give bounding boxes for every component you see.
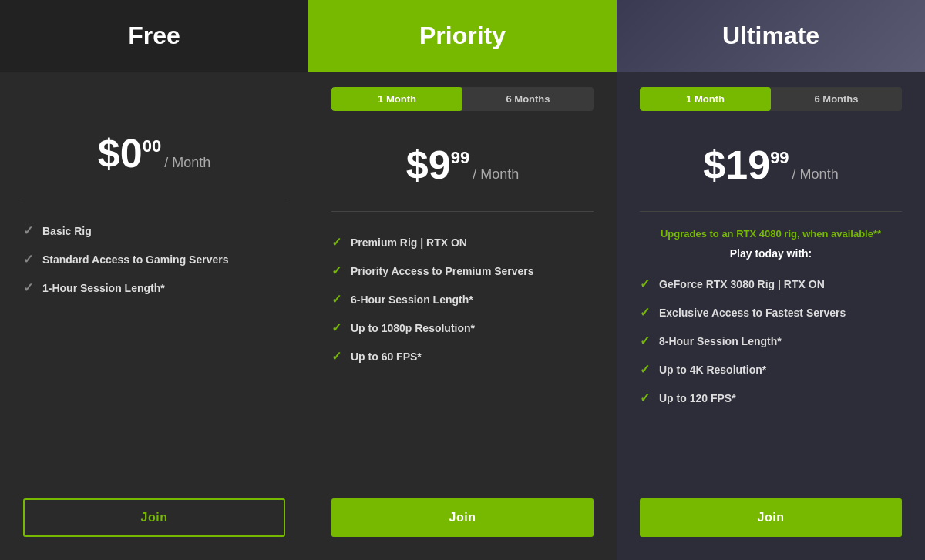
billing-option-6months-ultimate[interactable]: 6 Months xyxy=(771,87,902,111)
plan-ultimate-features: ✓ GeForce RTX 3080 Rig | RTX ON ✓ Exclus… xyxy=(617,269,925,483)
feature-label: 1-Hour Session Length* xyxy=(42,282,165,294)
feature-label: Up to 120 FPS* xyxy=(659,392,736,404)
plan-priority-price: $ 9 99 / Month xyxy=(308,126,617,196)
plan-free-title: Free xyxy=(128,22,180,50)
pricing-container: Free $ 0 00 / Month ✓ Basic Rig ✓ Standa… xyxy=(0,0,925,560)
plan-priority-title: Priority xyxy=(419,22,506,50)
list-item: ✓ Exclusive Access to Fastest Servers xyxy=(640,305,902,320)
ultimate-join-button[interactable]: Join xyxy=(640,498,902,537)
feature-label: 8-Hour Session Length* xyxy=(659,335,782,347)
feature-label: Exclusive Access to Fastest Servers xyxy=(659,307,846,319)
plan-free-price: $ 0 00 / Month xyxy=(0,115,308,184)
list-item: ✓ GeForce RTX 3080 Rig | RTX ON xyxy=(640,277,902,291)
plan-priority-header: Priority xyxy=(308,0,617,72)
plan-ultimate-billing-toggle: 1 Month 6 Months xyxy=(640,87,902,111)
feature-label: Up to 1080p Resolution* xyxy=(351,322,475,334)
list-item: ✓ Up to 1080p Resolution* xyxy=(331,320,594,335)
plan-priority: Priority 1 Month 6 Months $ 9 99 / Month… xyxy=(308,0,617,560)
check-icon: ✓ xyxy=(23,280,33,295)
plan-ultimate-integer: 19 xyxy=(725,142,770,188)
check-icon: ✓ xyxy=(23,252,33,267)
check-icon: ✓ xyxy=(331,349,341,364)
list-item: ✓ Priority Access to Premium Servers xyxy=(331,263,594,278)
check-icon: ✓ xyxy=(640,305,650,320)
plan-free: Free $ 0 00 / Month ✓ Basic Rig ✓ Standa… xyxy=(0,0,308,560)
plan-priority-billing-toggle: 1 Month 6 Months xyxy=(331,87,594,111)
plan-free-integer: 0 xyxy=(120,130,143,176)
plan-free-dollar-sign: $ xyxy=(98,130,120,176)
list-item: ✓ 1-Hour Session Length* xyxy=(23,280,285,295)
feature-label: 6-Hour Session Length* xyxy=(351,293,473,306)
list-item: ✓ Standard Access to Gaming Servers xyxy=(23,252,285,267)
plan-ultimate-join-section: Join xyxy=(617,483,925,560)
list-item: ✓ Premium Rig | RTX ON xyxy=(331,235,594,250)
billing-option-6months-priority[interactable]: 6 Months xyxy=(462,87,594,111)
billing-option-1month-ultimate[interactable]: 1 Month xyxy=(640,87,771,111)
feature-label: Premium Rig | RTX ON xyxy=(351,236,467,249)
plan-ultimate-header: Ultimate xyxy=(617,0,925,72)
plan-priority-period: / Month xyxy=(473,166,519,183)
plan-priority-integer: 9 xyxy=(429,142,451,188)
plan-ultimate-dollar-sign: $ xyxy=(703,142,725,188)
feature-label: Up to 60 FPS* xyxy=(351,350,422,363)
list-item: ✓ Basic Rig xyxy=(23,223,285,238)
plan-ultimate: Ultimate 1 Month 6 Months $ 19 99 / Mont… xyxy=(617,0,925,560)
check-icon: ✓ xyxy=(640,362,650,377)
plan-priority-divider xyxy=(331,211,594,212)
free-join-button[interactable]: Join xyxy=(23,498,285,537)
check-icon: ✓ xyxy=(331,320,341,335)
plan-ultimate-play-today: Play today with: xyxy=(617,247,925,260)
feature-label: Basic Rig xyxy=(42,225,92,237)
check-icon: ✓ xyxy=(331,292,341,307)
list-item: ✓ 6-Hour Session Length* xyxy=(331,292,594,307)
plan-priority-cents: 99 xyxy=(451,148,469,168)
list-item: ✓ 8-Hour Session Length* xyxy=(640,334,902,348)
feature-label: Standard Access to Gaming Servers xyxy=(42,253,228,266)
plan-free-join-section: Join xyxy=(0,483,308,560)
plan-free-no-toggle xyxy=(0,72,308,115)
plan-priority-dollar-sign: $ xyxy=(406,142,429,188)
plan-free-cents: 00 xyxy=(143,136,161,156)
list-item: ✓ Up to 4K Resolution* xyxy=(640,362,902,377)
plan-priority-features: ✓ Premium Rig | RTX ON ✓ Priority Access… xyxy=(308,227,617,483)
check-icon: ✓ xyxy=(331,235,341,250)
plan-free-features: ✓ Basic Rig ✓ Standard Access to Gaming … xyxy=(0,216,308,483)
feature-label: Priority Access to Premium Servers xyxy=(351,265,534,277)
check-icon: ✓ xyxy=(640,334,650,348)
plan-free-period: / Month xyxy=(164,155,210,171)
feature-label: GeForce RTX 3080 Rig | RTX ON xyxy=(659,278,825,290)
list-item: ✓ Up to 60 FPS* xyxy=(331,349,594,364)
priority-join-button[interactable]: Join xyxy=(331,498,594,537)
plan-ultimate-upgrade-note: Upgrades to an RTX 4080 rig, when availa… xyxy=(617,227,925,241)
list-item: ✓ Up to 120 FPS* xyxy=(640,391,902,405)
plan-priority-join-section: Join xyxy=(308,483,617,560)
plan-ultimate-title: Ultimate xyxy=(722,22,819,50)
plan-ultimate-period: / Month xyxy=(792,166,839,183)
plan-free-header: Free xyxy=(0,0,308,72)
plan-ultimate-price: $ 19 99 / Month xyxy=(617,126,925,196)
check-icon: ✓ xyxy=(23,223,33,238)
feature-label: Up to 4K Resolution* xyxy=(659,364,766,376)
check-icon: ✓ xyxy=(640,391,650,405)
plan-ultimate-cents: 99 xyxy=(770,148,789,168)
plan-free-divider xyxy=(23,200,285,200)
check-icon: ✓ xyxy=(640,277,650,291)
check-icon: ✓ xyxy=(331,263,341,278)
plan-ultimate-divider xyxy=(640,211,902,212)
billing-option-1month-priority[interactable]: 1 Month xyxy=(331,87,462,111)
